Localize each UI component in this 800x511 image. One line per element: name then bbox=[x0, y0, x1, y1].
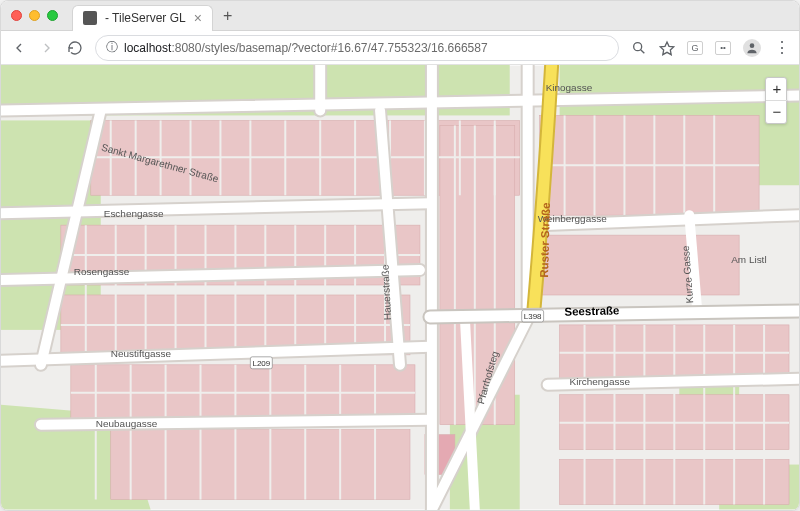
zoom-in-button[interactable]: + bbox=[766, 78, 788, 100]
minimize-window-button[interactable] bbox=[29, 10, 40, 21]
search-icon[interactable] bbox=[631, 40, 647, 56]
forward-button[interactable] bbox=[39, 40, 55, 56]
menu-icon[interactable]: ⋮ bbox=[773, 40, 789, 56]
svg-point-0 bbox=[634, 42, 642, 50]
toolbar-actions: G •• ⋮ bbox=[631, 39, 789, 57]
site-info-icon[interactable]: ⓘ bbox=[106, 39, 118, 56]
label-eschengasse: Eschengasse bbox=[104, 208, 164, 219]
url-port: :8080 bbox=[171, 41, 201, 55]
zoom-out-button[interactable]: − bbox=[766, 100, 788, 123]
label-neubaugasse: Neubaugasse bbox=[96, 418, 158, 429]
titlebar: - TileServer GL × + bbox=[1, 1, 799, 31]
label-neustiftgasse: Neustiftgasse bbox=[111, 348, 172, 359]
tab-close-icon[interactable]: × bbox=[194, 11, 202, 25]
label-kinogasse: Kinogasse bbox=[546, 82, 593, 93]
label-kirchengasse: Kirchengasse bbox=[570, 376, 631, 387]
label-seestrasse: Seestraße bbox=[564, 304, 619, 317]
url-path: /styles/basemap/?vector#16.67/47.755323/… bbox=[201, 41, 487, 55]
zoom-control: + − bbox=[765, 77, 787, 124]
tab-favicon-icon bbox=[83, 11, 97, 25]
route-badge-1: L398 bbox=[524, 312, 542, 321]
maximize-window-button[interactable] bbox=[47, 10, 58, 21]
profile-avatar[interactable] bbox=[743, 39, 761, 57]
back-button[interactable] bbox=[11, 40, 27, 56]
svg-point-3 bbox=[750, 43, 755, 48]
svg-line-1 bbox=[641, 49, 645, 53]
new-tab-button[interactable]: + bbox=[223, 8, 232, 24]
star-icon[interactable] bbox=[659, 40, 675, 56]
browser-window: - TileServer GL × + ⓘ localhost:8080/sty… bbox=[0, 0, 800, 511]
map-canvas[interactable]: Kinogasse Sankt Margarethner Straße Esch… bbox=[1, 65, 799, 510]
url-host: localhost bbox=[124, 41, 171, 55]
label-am-listl: Am Listl bbox=[731, 254, 766, 265]
route-badge-2: L209 bbox=[252, 359, 270, 368]
map-viewport[interactable]: Kinogasse Sankt Margarethner Straße Esch… bbox=[1, 65, 799, 510]
reload-button[interactable] bbox=[67, 40, 83, 56]
browser-tab[interactable]: - TileServer GL × bbox=[72, 5, 213, 31]
address-bar[interactable]: ⓘ localhost:8080/styles/basemap/?vector#… bbox=[95, 35, 619, 61]
browser-toolbar: ⓘ localhost:8080/styles/basemap/?vector#… bbox=[1, 31, 799, 65]
close-window-button[interactable] bbox=[11, 10, 22, 21]
window-controls bbox=[11, 10, 58, 21]
label-rosengasse: Rosengasse bbox=[74, 266, 130, 277]
extension-2-icon[interactable]: •• bbox=[715, 41, 731, 55]
label-ruster-strasse: Ruster Straße bbox=[538, 202, 552, 278]
svg-rect-18 bbox=[111, 430, 410, 500]
tab-title: - TileServer GL bbox=[105, 11, 186, 25]
svg-rect-21 bbox=[540, 235, 740, 295]
svg-marker-2 bbox=[660, 42, 673, 55]
extension-1-icon[interactable]: G bbox=[687, 41, 703, 55]
